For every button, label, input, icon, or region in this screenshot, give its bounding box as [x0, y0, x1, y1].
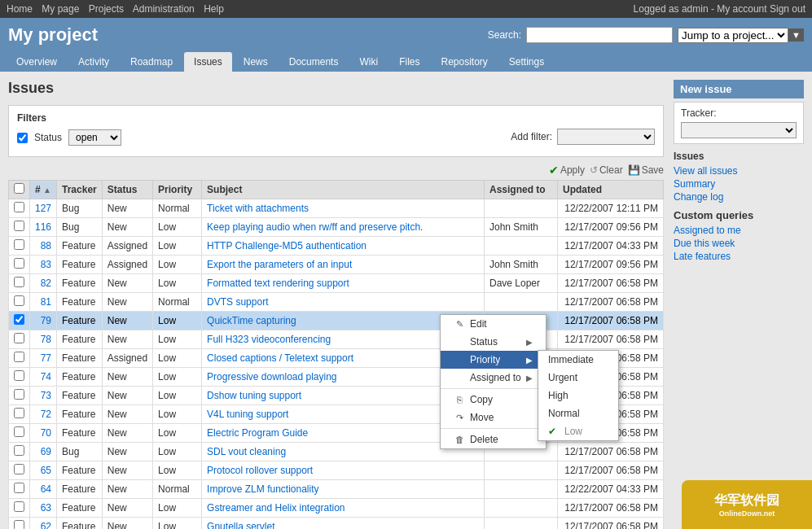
row-checkbox[interactable] [14, 295, 24, 306]
col-status[interactable]: Status [102, 181, 152, 199]
issue-id-link[interactable]: 78 [41, 334, 51, 345]
select-all-checkbox[interactable] [14, 183, 24, 194]
tab-roadmap[interactable]: Roadmap [121, 52, 182, 72]
issue-subject-link[interactable]: DVTS support [207, 296, 268, 308]
col-assigned[interactable]: Assigned to [485, 181, 558, 199]
issue-id-link[interactable]: 83 [41, 259, 51, 270]
tab-documents[interactable]: Documents [279, 52, 349, 72]
add-filter-select[interactable] [557, 129, 655, 145]
col-tracker[interactable]: Tracker [57, 181, 103, 199]
priority-normal[interactable]: Normal [538, 404, 618, 422]
row-checkbox[interactable] [14, 408, 24, 418]
tab-files[interactable]: Files [389, 52, 429, 72]
due-this-week-link[interactable]: Due this week [674, 238, 804, 249]
row-checkbox[interactable] [14, 221, 24, 231]
row-checkbox[interactable] [14, 314, 24, 325]
admin-link[interactable]: Administration [133, 3, 195, 15]
cm-edit[interactable]: ✎ Edit [441, 315, 546, 333]
row-checkbox[interactable] [14, 501, 24, 512]
priority-immediate[interactable]: Immediate [538, 351, 618, 369]
issue-subject-link[interactable]: Gstreamer and Helix integration [207, 502, 345, 514]
cm-priority[interactable]: Priority ▶ [441, 351, 546, 369]
row-checkbox[interactable] [14, 239, 24, 250]
issue-subject-link[interactable]: Formatted text rendering support [207, 278, 349, 289]
issue-subject-link[interactable]: Gnutella servlet [207, 521, 274, 529]
issue-id-link[interactable]: 77 [41, 352, 51, 364]
issue-subject-link[interactable]: Full H323 videoconferencing [207, 334, 331, 345]
issue-subject-link[interactable]: Closed captions / Teletext support [207, 352, 353, 364]
row-checkbox[interactable] [14, 333, 24, 343]
issue-id-link[interactable]: 69 [41, 446, 51, 457]
mypage-link[interactable]: My page [42, 3, 79, 15]
row-checkbox[interactable] [14, 352, 24, 362]
projects-link[interactable]: Projects [89, 3, 124, 15]
issue-subject-link[interactable]: V4L tuning support [207, 409, 288, 420]
row-checkbox[interactable] [14, 370, 24, 381]
clear-button[interactable]: ↺ Clear [590, 164, 623, 176]
row-checkbox[interactable] [14, 426, 24, 437]
issue-subject-link[interactable]: HTTP Challenge-MD5 authentication [207, 240, 366, 251]
tab-settings[interactable]: Settings [499, 52, 554, 72]
issue-subject-link[interactable]: Ticket with attachments [207, 203, 309, 214]
issue-subject-link[interactable]: Progressive download playing [207, 371, 336, 383]
issue-id-link[interactable]: 64 [41, 483, 51, 495]
col-updated[interactable]: Updated [558, 181, 664, 199]
issue-id-link[interactable]: 81 [41, 296, 51, 308]
tab-activity[interactable]: Activity [68, 52, 119, 72]
issue-id-link[interactable]: 88 [41, 240, 51, 251]
help-link[interactable]: Help [204, 3, 224, 15]
row-checkbox[interactable] [14, 258, 24, 269]
issue-subject-link[interactable]: Keep playing audio when rw/ff and preser… [207, 221, 423, 233]
issue-id-link[interactable]: 82 [41, 278, 51, 289]
row-checkbox[interactable] [14, 483, 24, 493]
assigned-to-me-link[interactable]: Assigned to me [674, 225, 804, 236]
issue-id-link[interactable]: 63 [41, 502, 51, 514]
priority-high[interactable]: High [538, 387, 618, 404]
change-log-link[interactable]: Change log [674, 191, 804, 203]
row-checkbox[interactable] [14, 202, 24, 212]
issue-subject-link[interactable]: Improve ZLM functionality [207, 483, 318, 495]
status-checkbox[interactable] [17, 133, 28, 143]
col-priority[interactable]: Priority [153, 181, 202, 199]
summary-link[interactable]: Summary [674, 178, 804, 190]
tab-overview[interactable]: Overview [7, 52, 67, 72]
issue-subject-link[interactable]: Export the parameters of an input [207, 259, 352, 270]
row-checkbox[interactable] [14, 389, 24, 400]
tab-news[interactable]: News [234, 52, 278, 72]
col-subject[interactable]: Subject [202, 181, 485, 199]
issue-id-link[interactable]: 62 [41, 521, 51, 529]
issue-id-link[interactable]: 116 [35, 221, 51, 233]
row-checkbox[interactable] [14, 445, 24, 456]
issue-id-link[interactable]: 65 [41, 465, 51, 476]
col-id[interactable]: # ▲ [30, 181, 57, 199]
issue-id-link[interactable]: 127 [35, 203, 51, 214]
cm-move[interactable]: ↷ Move [441, 409, 546, 426]
tab-issues[interactable]: Issues [184, 52, 232, 72]
priority-urgent[interactable]: Urgent [538, 369, 618, 387]
search-input[interactable] [526, 27, 673, 43]
cm-copy[interactable]: ⎘ Copy [441, 391, 546, 409]
issue-subject-link[interactable]: Electric Program Guide [207, 427, 308, 439]
issue-subject-link[interactable]: SDL vout cleaning [207, 446, 286, 457]
status-filter-select[interactable]: openclosedall [68, 129, 121, 146]
tracker-select[interactable] [681, 122, 797, 138]
row-checkbox[interactable] [14, 277, 24, 287]
issue-subject-link[interactable]: QuickTime capturing [207, 315, 296, 326]
priority-low[interactable]: ✔ Low [538, 422, 618, 440]
tab-wiki[interactable]: Wiki [349, 52, 388, 72]
jump-select[interactable]: Jump to a project... [678, 28, 788, 43]
apply-button[interactable]: ✔ Apply [549, 164, 585, 177]
late-features-link[interactable]: Late features [674, 251, 804, 262]
issue-subject-link[interactable]: Protocol rollover support [207, 465, 313, 476]
issue-id-link[interactable]: 73 [41, 390, 51, 401]
issue-subject-link[interactable]: Dshow tuning support [207, 390, 301, 401]
issue-id-link[interactable]: 72 [41, 409, 51, 420]
view-all-issues-link[interactable]: View all issues [674, 165, 804, 177]
issue-id-link[interactable]: 74 [41, 371, 51, 383]
row-checkbox[interactable] [14, 464, 24, 474]
save-button[interactable]: 💾 Save [628, 164, 664, 176]
cm-assigned[interactable]: Assigned to ▶ [441, 369, 546, 387]
home-link[interactable]: Home [7, 3, 33, 15]
cm-delete[interactable]: 🗑 Delete [441, 431, 546, 448]
cm-status[interactable]: Status ▶ [441, 333, 546, 351]
